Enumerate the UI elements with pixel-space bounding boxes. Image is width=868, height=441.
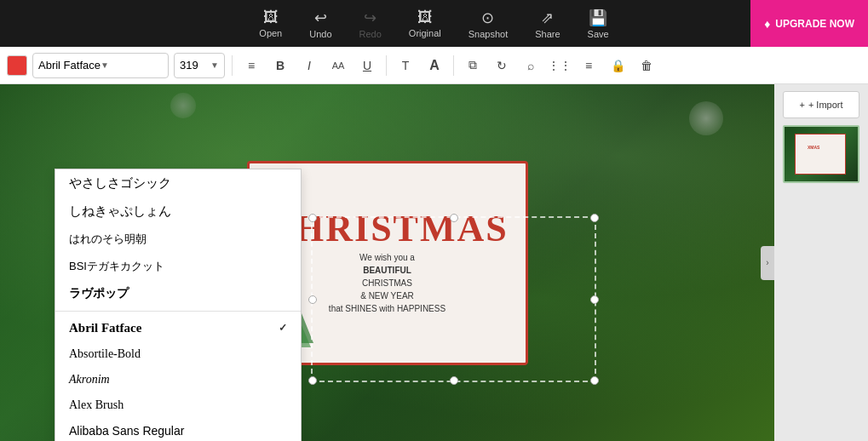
font-size-icon-button[interactable]: T [394,54,417,77]
font-item-abril-fatface[interactable]: Abril Fatface ✓ [55,315,301,341]
open-button[interactable]: 🖼 Open [259,9,282,38]
main-area: CHRISTMAS We wish you a BEAUTIFUL CHRIST… [0,84,868,441]
font-size-value: 319 [180,59,198,72]
font-item-akronim[interactable]: Akronim [55,367,301,392]
redo-icon: ↪ [364,9,377,27]
card-title: CHRISTMAS [266,210,509,248]
selected-checkmark: ✓ [279,322,287,335]
font-item-yasashisa[interactable]: やさしさゴシック [55,169,301,198]
aa-button[interactable]: AA [326,54,350,77]
upgrade-label: UPGRADE NOW [775,18,854,30]
share-button[interactable]: ⇗ Share [535,9,560,39]
font-item-lavpop[interactable]: ラヴポップ [55,280,301,307]
card-subtitle: We wish you a BEAUTIFUL CHRISTMAS & NEW … [329,251,445,315]
collapse-panel-button[interactable]: › [761,246,774,280]
bokeh-ball-2 [170,93,196,118]
chevron-right-icon: › [766,258,768,267]
share-icon: ⇗ [541,9,554,27]
original-label: Original [409,28,441,38]
original-button[interactable]: 🖼 Original [409,9,441,38]
font-item-alex-brush[interactable]: Alex Brush [55,392,301,418]
top-toolbar: 🖼 Open ↩ Undo ↪ Redo 🖼 Original ⊙ Snapsh… [0,0,868,47]
grid-button[interactable]: ⋮⋮ [548,54,572,77]
color-swatch[interactable] [7,55,27,76]
original-icon: 🖼 [417,9,433,26]
divider-2 [386,55,387,76]
font-item-shinekyap[interactable]: しねきゃぷしょん [55,198,301,226]
snapshot-button[interactable]: ⊙ Snapshot [468,9,508,39]
text-a-button[interactable]: A [423,54,446,77]
font-selector[interactable]: Abril Fatface ▼ [32,53,169,78]
underline-button[interactable]: U [355,54,379,77]
font-item-alibaba-sans-regular[interactable]: Alibaba Sans Regular [55,418,301,441]
refresh-button[interactable]: ↻ [490,54,514,77]
font-name: Abril Fatface [38,59,101,72]
canvas-area[interactable]: CHRISTMAS We wish you a BEAUTIFUL CHRIST… [0,84,774,441]
font-item-bsitegaki[interactable]: BSIテガキカクット [55,253,301,280]
zoom-button[interactable]: ⌕ [519,54,543,77]
snapshot-label: Snapshot [468,29,508,39]
bokeh-ball-1 [689,101,723,135]
save-button[interactable]: 💾 Save [588,9,609,39]
upgrade-button[interactable]: ♦ UPGRADE NOW [750,0,868,47]
thumbnail-card: XMAS [795,134,846,175]
font-size-selector[interactable]: 319 ▼ [174,53,225,78]
font-item-harenoa[interactable]: はれのそら明朝 [55,226,301,253]
open-icon: 🖼 [263,9,279,26]
redo-label: Redo [359,29,382,39]
font-dropdown[interactable]: やさしさゴシック しねきゃぷしょん はれのそら明朝 BSIテガキカクット ラヴポ… [55,169,302,441]
plus-icon: + [799,100,804,110]
snapshot-icon: ⊙ [481,9,494,27]
import-label: + Import [808,100,843,110]
right-panel: + + Import XMAS [774,84,868,441]
page-thumbnail[interactable]: XMAS [783,125,859,183]
open-label: Open [259,28,282,38]
undo-button[interactable]: ↩ Undo [309,9,331,39]
redo-button[interactable]: ↪ Redo [359,9,382,39]
font-item-absortile-bold[interactable]: Absortile-Bold [55,341,301,367]
diamond-icon: ♦ [764,17,770,31]
layers-button[interactable]: ≡ [577,54,601,77]
lock-button[interactable]: 🔒 [606,54,629,77]
bold-button[interactable]: B [268,54,292,77]
font-group-separator [55,311,301,312]
save-label: Save [588,29,609,39]
italic-button[interactable]: I [297,54,321,77]
share-label: Share [535,29,560,39]
align-button[interactable]: ≡ [239,54,263,77]
size-arrow-icon: ▼ [210,60,219,70]
divider-1 [232,55,233,76]
delete-button[interactable]: 🗑 [635,54,658,77]
divider-3 [453,55,454,76]
save-icon: 💾 [589,9,607,27]
chevron-down-icon: ▼ [101,60,163,70]
copy-button[interactable]: ⧉ [461,54,485,77]
second-toolbar: Abril Fatface ▼ 319 ▼ ≡ B I AA U T A ⧉ ↻… [0,47,868,84]
undo-label: Undo [309,29,331,39]
import-button[interactable]: + + Import [783,91,859,118]
undo-icon: ↩ [314,9,327,27]
